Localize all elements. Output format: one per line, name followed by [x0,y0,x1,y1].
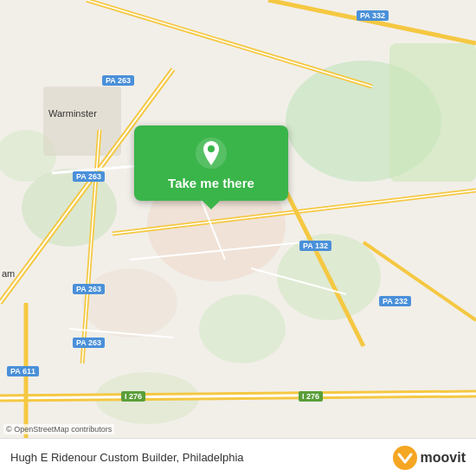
take-me-there-label: Take me there [168,176,254,190]
place-warminster: Warminster [48,108,97,119]
map-container: PA 263 PA 332 PA 263 PA 263 PA 263 PA 13… [0,0,476,476]
location-pin-icon [196,138,227,169]
info-bar: Hugh E Ridenour Custom Builder, Philadel… [0,438,476,476]
road-sign-pa263-lower: PA 263 [73,284,105,294]
moovit-icon [393,446,417,470]
svg-point-32 [208,145,215,152]
road-sign-pa263-bottom: PA 263 [73,338,105,348]
svg-point-3 [199,294,286,363]
map-attribution: © OpenStreetMap contributors [3,424,114,434]
map-background [0,0,476,441]
road-sign-i276-left: I 276 [121,391,145,402]
road-sign-pa332: PA 332 [357,10,389,21]
take-me-there-popup[interactable]: Take me there [134,125,288,201]
road-sign-pa263-top: PA 263 [102,75,134,86]
road-sign-pa611: PA 611 [7,366,39,376]
place-am: am [2,268,15,279]
road-sign-pa132: PA 132 [299,241,331,251]
road-sign-pa263-mid: PA 263 [73,171,105,182]
moovit-text: moovit [421,450,466,466]
road-sign-i276-right: I 276 [299,391,323,402]
svg-rect-10 [43,87,121,156]
location-name: Hugh E Ridenour Custom Builder, Philadel… [10,451,244,464]
svg-rect-4 [389,43,476,182]
svg-point-9 [82,268,177,338]
svg-point-33 [393,446,417,470]
road-sign-pa232: PA 232 [379,296,411,306]
moovit-logo: moovit [393,446,466,470]
